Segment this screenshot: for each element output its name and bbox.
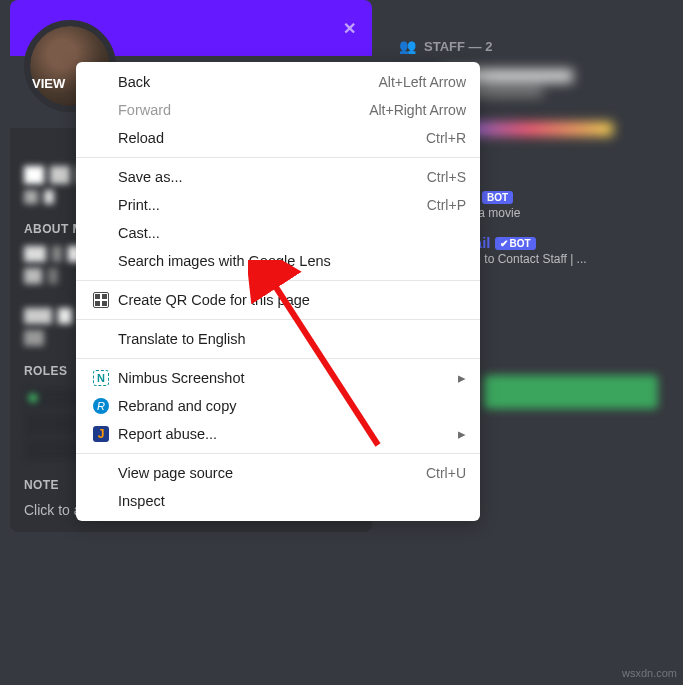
separator	[76, 453, 480, 454]
menu-item-create-qr-code-for-this-page[interactable]: Create QR Code for this page	[76, 286, 480, 314]
rebrand-icon: R	[90, 398, 112, 414]
menu-item-back[interactable]: BackAlt+Left Arrow	[76, 68, 480, 96]
menu-item-search-images-with-google-lens[interactable]: Search images with Google Lens	[76, 247, 480, 275]
menu-item-translate-to-english[interactable]: Translate to English	[76, 325, 480, 353]
chevron-right-icon: ▸	[458, 426, 466, 442]
menu-item-shortcut: Ctrl+U	[426, 465, 466, 481]
menu-item-label: Cast...	[118, 225, 466, 241]
menu-item-rebrand-and-copy[interactable]: RRebrand and copy	[76, 392, 480, 420]
menu-item-print[interactable]: Print...Ctrl+P	[76, 191, 480, 219]
menu-item-label: Save as...	[118, 169, 427, 185]
menu-item-report-abuse[interactable]: JReport abuse...▸	[76, 420, 480, 448]
check-icon: ✔	[500, 238, 508, 249]
separator	[76, 280, 480, 281]
bot-badge: ✔BOT	[495, 237, 536, 250]
context-menu: BackAlt+Left ArrowForwardAlt+Right Arrow…	[76, 62, 480, 521]
menu-item-label: Search images with Google Lens	[118, 253, 466, 269]
category-staff[interactable]: 👥STAFF — 2	[399, 38, 675, 54]
menu-item-shortcut: Ctrl+R	[426, 130, 466, 146]
menu-item-label: Inspect	[118, 493, 466, 509]
menu-item-label: Print...	[118, 197, 427, 213]
menu-item-label: View page source	[118, 465, 426, 481]
menu-item-label: Rebrand and copy	[118, 398, 466, 414]
role-pill	[24, 388, 84, 408]
separator	[76, 157, 480, 158]
menu-item-label: Translate to English	[118, 331, 466, 347]
menu-item-shortcut: Alt+Left Arrow	[378, 74, 466, 90]
menu-item-save-as[interactable]: Save as...Ctrl+S	[76, 163, 480, 191]
menu-item-label: Forward	[118, 102, 369, 118]
qr-code-icon	[90, 292, 112, 308]
separator	[76, 358, 480, 359]
menu-item-cast[interactable]: Cast...	[76, 219, 480, 247]
separator	[76, 319, 480, 320]
watermark: wsxdn.com	[622, 667, 677, 679]
menu-item-label: Nimbus Screenshot	[118, 370, 458, 386]
menu-item-nimbus-screenshot[interactable]: NNimbus Screenshot▸	[76, 364, 480, 392]
menu-item-shortcut: Ctrl+S	[427, 169, 466, 185]
join-voice-button[interactable]	[484, 375, 658, 409]
menu-item-label: Report abuse...	[118, 426, 458, 442]
menu-item-label: Create QR Code for this page	[118, 292, 466, 308]
menu-item-forward: ForwardAlt+Right Arrow	[76, 96, 480, 124]
menu-item-shortcut: Alt+Right Arrow	[369, 102, 466, 118]
group-icon: 👥	[399, 38, 416, 54]
menu-item-inspect[interactable]: Inspect	[76, 487, 480, 515]
menu-item-label: Back	[118, 74, 378, 90]
bot-badge: BOT	[482, 191, 513, 204]
menu-item-reload[interactable]: ReloadCtrl+R	[76, 124, 480, 152]
chevron-right-icon: ▸	[458, 370, 466, 386]
close-icon[interactable]: ✕	[343, 19, 356, 38]
category-label: STAFF — 2	[424, 39, 492, 54]
menu-item-view-page-source[interactable]: View page sourceCtrl+U	[76, 459, 480, 487]
view-profile-button[interactable]: VIEW	[32, 76, 65, 91]
menu-item-shortcut: Ctrl+P	[427, 197, 466, 213]
nimbus-icon: N	[90, 370, 112, 386]
menu-item-label: Reload	[118, 130, 426, 146]
report-icon: J	[90, 426, 112, 442]
